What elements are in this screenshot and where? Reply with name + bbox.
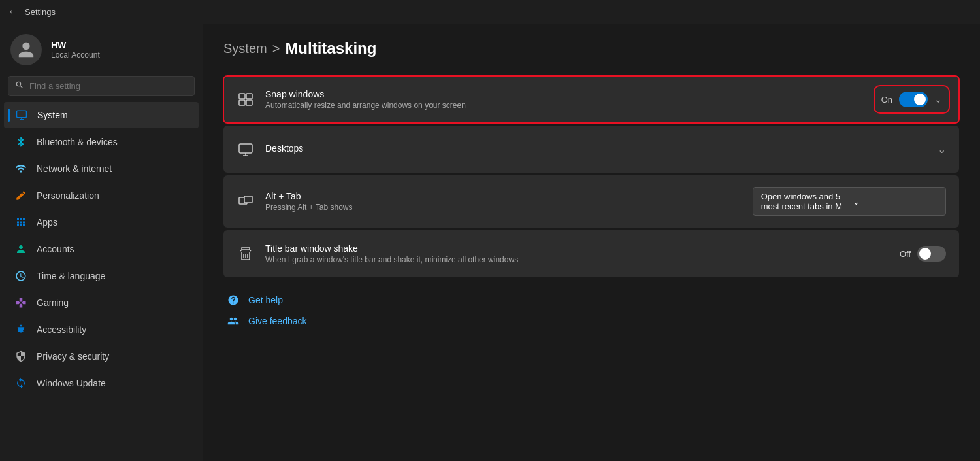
- content-area: System > Multitasking Snap windows Autom…: [203, 24, 980, 461]
- svg-rect-3: [246, 94, 252, 99]
- svg-rect-0: [17, 111, 27, 118]
- toggle-control-snap-windows: On ⌄: [877, 89, 946, 110]
- toggle-label-snap-windows: On: [881, 95, 892, 105]
- nav-icon-update: [14, 377, 27, 390]
- breadcrumb-separator: >: [272, 41, 280, 56]
- dropdown-alt-tab[interactable]: Open windows and 5 most recent tabs in M…: [753, 187, 946, 216]
- link-get-help[interactable]: Get help: [226, 293, 959, 307]
- toggle-label-title-bar-shake: Off: [900, 249, 911, 259]
- setting-item-title-bar-shake[interactable]: Title bar window shake When I grab a win…: [223, 230, 959, 277]
- sidebar-item-time[interactable]: Time & language: [4, 263, 199, 289]
- sidebar-item-label-gaming: Gaming: [37, 298, 69, 308]
- setting-item-snap-windows[interactable]: Snap windows Automatically resize and ar…: [223, 76, 959, 123]
- svg-rect-4: [239, 100, 245, 105]
- dropdown-value-alt-tab: Open windows and 5 most recent tabs in M: [761, 192, 846, 211]
- setting-title-desktops: Desktops: [265, 143, 927, 154]
- profile-name: HW: [51, 40, 100, 50]
- dropdown-chevron-alt-tab: ⌄: [853, 197, 938, 207]
- nav-icon-system: [15, 109, 28, 122]
- sidebar-item-label-network: Network & internet: [37, 163, 112, 174]
- setting-text-title-bar-shake: Title bar window shake When I grab a win…: [265, 243, 889, 264]
- sidebar-item-accessibility[interactable]: Accessibility: [4, 316, 199, 343]
- link-label-get-help: Get help: [248, 295, 283, 305]
- setting-icon-desktops: [237, 140, 255, 158]
- breadcrumb-parent[interactable]: System: [223, 41, 267, 56]
- setting-desc-title-bar-shake: When I grab a window's title bar and sha…: [265, 255, 889, 264]
- sidebar: HW Local Account System Bluetooth & devi…: [0, 24, 203, 461]
- toggle-thumb-title-bar-shake: [919, 248, 931, 260]
- sidebar-item-system[interactable]: System: [4, 102, 199, 128]
- toggle-title-bar-shake[interactable]: [917, 246, 946, 262]
- setting-text-desktops: Desktops: [265, 143, 927, 155]
- active-bar: [8, 109, 10, 122]
- sidebar-item-update[interactable]: Windows Update: [4, 370, 199, 396]
- setting-icon-title-bar-shake: [237, 245, 255, 263]
- setting-icon-alt-tab: [237, 192, 255, 211]
- sidebar-item-label-update: Windows Update: [37, 378, 106, 388]
- nav-icon-apps: [14, 216, 27, 229]
- sidebar-item-network[interactable]: Network & internet: [4, 156, 199, 182]
- sidebar-item-label-time: Time & language: [37, 271, 105, 281]
- sidebar-item-gaming[interactable]: Gaming: [4, 290, 199, 316]
- links-section: Get help Give feedback: [223, 293, 959, 328]
- avatar: [10, 34, 42, 65]
- sidebar-item-personalization[interactable]: Personalization: [4, 182, 199, 209]
- sidebar-item-accounts[interactable]: Accounts: [4, 236, 199, 262]
- svg-rect-8: [244, 196, 252, 203]
- chevron-desktops[interactable]: ⌄: [938, 143, 946, 156]
- sidebar-item-label-personalization: Personalization: [37, 190, 99, 201]
- setting-text-alt-tab: Alt + Tab Pressing Alt + Tab shows: [265, 191, 742, 212]
- sidebar-item-label-system: System: [37, 110, 68, 120]
- nav-icon-accounts: [14, 243, 27, 256]
- sidebar-item-label-accessibility: Accessibility: [37, 324, 86, 335]
- setting-title-alt-tab: Alt + Tab: [265, 191, 742, 201]
- sidebar-item-bluetooth[interactable]: Bluetooth & devices: [4, 129, 199, 155]
- search-box[interactable]: [8, 76, 195, 96]
- sidebar-item-label-privacy: Privacy & security: [37, 351, 109, 362]
- link-label-give-feedback: Give feedback: [248, 316, 307, 326]
- nav-icon-bluetooth: [14, 135, 27, 148]
- svg-rect-5: [246, 100, 252, 105]
- svg-rect-6: [239, 144, 252, 153]
- toggle-control-title-bar-shake: Off: [900, 246, 946, 262]
- svg-point-1: [20, 325, 22, 327]
- setting-desc-alt-tab: Pressing Alt + Tab shows: [265, 203, 742, 212]
- nav-icon-personalization: [14, 189, 27, 202]
- main-layout: HW Local Account System Bluetooth & devi…: [0, 24, 980, 461]
- nav-icon-accessibility: [14, 323, 27, 336]
- profile-subtitle: Local Account: [51, 50, 100, 60]
- setting-item-desktops[interactable]: Desktops ⌄: [223, 126, 959, 173]
- setting-text-snap-windows: Snap windows Automatically resize and ar…: [265, 89, 867, 110]
- toggle-snap-windows[interactable]: [899, 92, 928, 107]
- breadcrumb-current: Multitasking: [285, 39, 376, 58]
- breadcrumb: System > Multitasking: [223, 39, 959, 58]
- svg-rect-2: [239, 94, 245, 99]
- setting-icon-snap-windows: [237, 90, 255, 109]
- link-icon-give-feedback: [226, 314, 240, 328]
- nav-icon-network: [14, 162, 27, 175]
- nav-icon-time: [14, 269, 27, 282]
- back-button[interactable]: ←: [8, 6, 18, 18]
- link-give-feedback[interactable]: Give feedback: [226, 314, 959, 328]
- titlebar: ← Settings: [0, 0, 980, 24]
- profile-info: HW Local Account: [51, 40, 100, 60]
- sidebar-item-apps[interactable]: Apps: [4, 209, 199, 235]
- nav-icon-gaming: [14, 296, 27, 309]
- nav-list: System Bluetooth & devices Network & int…: [0, 101, 203, 397]
- link-icon-get-help: [226, 293, 240, 307]
- snap-chevron[interactable]: ⌄: [934, 94, 942, 105]
- toggle-thumb-snap-windows: [914, 94, 926, 105]
- nav-icon-privacy: [14, 350, 27, 363]
- setting-item-alt-tab[interactable]: Alt + Tab Pressing Alt + Tab shows Open …: [223, 175, 959, 228]
- setting-title-snap-windows: Snap windows: [265, 89, 867, 99]
- setting-desc-snap-windows: Automatically resize and arrange windows…: [265, 101, 867, 110]
- setting-title-title-bar-shake: Title bar window shake: [265, 243, 889, 254]
- app-title: Settings: [25, 7, 56, 17]
- settings-list: Snap windows Automatically resize and ar…: [223, 76, 959, 280]
- sidebar-item-privacy[interactable]: Privacy & security: [4, 343, 199, 369]
- search-input[interactable]: [29, 81, 188, 91]
- sidebar-item-label-accounts: Accounts: [37, 244, 74, 254]
- profile-section[interactable]: HW Local Account: [0, 24, 203, 73]
- search-icon: [15, 80, 24, 92]
- sidebar-item-label-apps: Apps: [37, 217, 57, 228]
